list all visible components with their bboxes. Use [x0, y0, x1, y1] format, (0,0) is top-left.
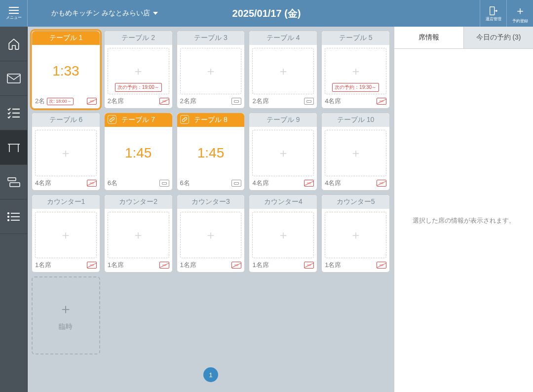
sidebar-item-tables[interactable] — [0, 130, 27, 165]
exit-label: 退店管理 — [486, 16, 501, 22]
table-card-body: ＋ — [35, 130, 97, 176]
table-card[interactable]: カウンター2＋1名席 — [104, 195, 173, 273]
table-card[interactable]: テーブル 81:456名 — [177, 113, 245, 191]
no-smoking-icon — [87, 180, 97, 187]
date-title: 2025/01/17 (金) — [232, 7, 301, 20]
table-card-footer: 1名席 — [177, 258, 245, 272]
seat-count: 1名席 — [108, 261, 124, 270]
link-icon — [108, 115, 116, 124]
checklist-icon — [6, 107, 21, 119]
no-smoking-icon — [304, 180, 314, 187]
table-card[interactable]: テーブル 9＋4名席 — [249, 113, 317, 191]
table-card-header: テーブル 10 — [322, 113, 389, 127]
table-name: テーブル 4 — [266, 34, 300, 42]
plus-icon: ＋ — [350, 145, 362, 161]
table-name: カウンター5 — [337, 197, 375, 206]
table-card-header: カウンター3 — [177, 195, 245, 209]
svg-point-4 — [7, 212, 8, 213]
sidebar-item-seats[interactable] — [0, 165, 27, 199]
table-name: テーブル 9 — [266, 116, 300, 124]
new-reservation-button[interactable]: ＋ 予約登録 — [506, 0, 533, 27]
sidebar-item-list[interactable] — [0, 199, 27, 234]
table-card[interactable]: テーブル 5＋次の予約：19:30～4名席 — [321, 31, 390, 109]
svg-rect-0 — [490, 6, 494, 15]
elapsed-time: 1:33 — [52, 63, 79, 79]
table-card[interactable]: カウンター3＋1名席 — [177, 195, 245, 273]
seat-count: 1名席 — [35, 261, 51, 270]
sidebar-item-mail[interactable] — [0, 61, 27, 96]
chevron-down-icon — [153, 12, 158, 15]
seat-count: 4名席 — [325, 179, 341, 188]
table-card-body: ＋次の予約：19:00～ — [108, 48, 169, 94]
sidebar-item-checklist[interactable] — [0, 96, 27, 130]
table-card[interactable]: テーブル 71:456名 — [104, 113, 173, 191]
list-icon — [6, 211, 21, 223]
no-smoking-icon — [377, 98, 386, 105]
sidebar — [0, 27, 28, 392]
table-card-header: カウンター2 — [105, 195, 172, 209]
plus-icon: ＋ — [277, 227, 289, 243]
seat-count: 4名席 — [252, 179, 268, 188]
seat-count: 6名 — [180, 179, 190, 188]
table-name: テーブル 5 — [339, 34, 373, 42]
table-card-header: カウンター4 — [249, 195, 317, 209]
svg-point-6 — [7, 216, 8, 217]
plus-icon: ＋ — [205, 63, 217, 79]
no-smoking-icon — [304, 262, 314, 269]
add-table-card[interactable]: ＋ 臨時 — [32, 276, 100, 354]
table-card-footer: 1名席 — [322, 258, 389, 272]
seat-count: 4名席 — [325, 97, 341, 106]
next-reservation-badge: 次の予約：19:30～ — [332, 83, 379, 92]
table-card-body: ＋ — [325, 212, 386, 258]
table-icon — [6, 142, 21, 154]
new-reservation-label: 予約登録 — [512, 18, 528, 24]
seat-count: 4名席 — [35, 179, 51, 188]
plus-icon: ＋ — [350, 63, 362, 79]
table-card[interactable]: テーブル 6＋4名席 — [32, 113, 100, 191]
next-reservation-badge: 次の予約：19:00～ — [115, 83, 162, 92]
tab-today-reservations[interactable]: 今日の予約 (3) — [463, 27, 533, 48]
table-card-body: ＋次の予約：19:30～ — [325, 48, 386, 94]
table-name: テーブル 2 — [121, 34, 155, 42]
table-card-header: テーブル 2 — [105, 31, 172, 45]
seat-count: 2名 — [35, 97, 45, 106]
store-selector[interactable]: かもめキッチン みなとみらい店 — [28, 9, 168, 18]
table-name: カウンター2 — [119, 197, 157, 206]
table-card[interactable]: カウンター4＋1名席 — [249, 195, 317, 273]
right-panel: 席情報 今日の予約 (3) 選択した席の情報が表示されます。 — [394, 27, 533, 392]
exit-icon — [488, 5, 499, 16]
next-time-badge: 次: 18:00～ — [47, 98, 74, 105]
elapsed-time: 1:45 — [125, 145, 152, 161]
plus-icon: ＋ — [60, 145, 72, 161]
smoking-icon — [159, 180, 169, 187]
table-card[interactable]: テーブル 10＋4名席 — [321, 113, 390, 191]
table-card-footer: 1名席 — [105, 258, 172, 272]
sidebar-item-home[interactable] — [0, 27, 27, 61]
table-card[interactable]: テーブル 11:332名次: 18:00～ — [32, 31, 100, 109]
plus-icon: ＋ — [59, 300, 73, 318]
table-card-footer: 4名席 — [322, 94, 389, 108]
table-card-body: ＋ — [108, 212, 169, 258]
plus-icon: ＋ — [132, 227, 144, 243]
table-card[interactable]: カウンター5＋1名席 — [321, 195, 390, 273]
hamburger-icon — [9, 7, 19, 14]
header-actions: 退店管理 ＋ 予約登録 — [480, 0, 533, 27]
table-card[interactable]: テーブル 4＋2名席 — [249, 31, 317, 109]
table-card-header: テーブル 1 — [32, 31, 100, 45]
seats-icon — [6, 176, 21, 188]
tab-seat-info[interactable]: 席情報 — [394, 27, 463, 48]
plus-icon: ＋ — [277, 145, 289, 161]
table-name: テーブル 3 — [194, 34, 228, 42]
table-card-header: テーブル 7 — [105, 113, 172, 127]
table-card[interactable]: カウンター1＋1名席 — [32, 195, 100, 273]
table-card-body: 1:45 — [108, 130, 169, 176]
pager-page-1[interactable]: 1 — [203, 367, 218, 382]
menu-button[interactable]: メニュー — [0, 0, 28, 27]
table-card-header: カウンター1 — [32, 195, 100, 209]
table-card[interactable]: テーブル 3＋2名席 — [177, 31, 245, 109]
smoking-icon — [304, 98, 314, 105]
store-name: かもめキッチン みなとみらい店 — [51, 9, 150, 18]
table-card[interactable]: テーブル 2＋次の予約：19:00～2名席 — [104, 31, 173, 109]
no-smoking-icon — [377, 262, 386, 269]
exit-management-button[interactable]: 退店管理 — [480, 0, 506, 27]
